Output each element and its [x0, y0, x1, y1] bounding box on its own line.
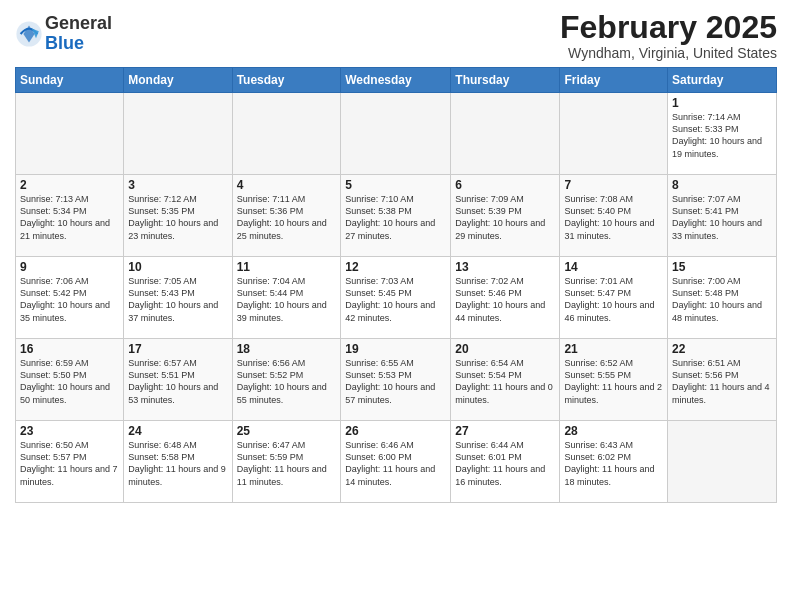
- day-number: 28: [564, 424, 663, 438]
- day-info: Sunrise: 6:51 AM Sunset: 5:56 PM Dayligh…: [672, 357, 772, 406]
- calendar-cell: [232, 93, 341, 175]
- calendar-cell: 15Sunrise: 7:00 AM Sunset: 5:48 PM Dayli…: [668, 257, 777, 339]
- day-number: 15: [672, 260, 772, 274]
- day-number: 4: [237, 178, 337, 192]
- day-number: 1: [672, 96, 772, 110]
- day-number: 21: [564, 342, 663, 356]
- calendar-cell: 1Sunrise: 7:14 AM Sunset: 5:33 PM Daylig…: [668, 93, 777, 175]
- day-info: Sunrise: 6:57 AM Sunset: 5:51 PM Dayligh…: [128, 357, 227, 406]
- calendar-week-row: 2Sunrise: 7:13 AM Sunset: 5:34 PM Daylig…: [16, 175, 777, 257]
- day-info: Sunrise: 6:43 AM Sunset: 6:02 PM Dayligh…: [564, 439, 663, 488]
- day-number: 10: [128, 260, 227, 274]
- day-info: Sunrise: 7:06 AM Sunset: 5:42 PM Dayligh…: [20, 275, 119, 324]
- day-info: Sunrise: 7:07 AM Sunset: 5:41 PM Dayligh…: [672, 193, 772, 242]
- calendar-cell: 6Sunrise: 7:09 AM Sunset: 5:39 PM Daylig…: [451, 175, 560, 257]
- calendar-cell: 13Sunrise: 7:02 AM Sunset: 5:46 PM Dayli…: [451, 257, 560, 339]
- day-info: Sunrise: 7:12 AM Sunset: 5:35 PM Dayligh…: [128, 193, 227, 242]
- day-info: Sunrise: 7:11 AM Sunset: 5:36 PM Dayligh…: [237, 193, 337, 242]
- col-monday: Monday: [124, 68, 232, 93]
- calendar-cell: 25Sunrise: 6:47 AM Sunset: 5:59 PM Dayli…: [232, 421, 341, 503]
- calendar-cell: 22Sunrise: 6:51 AM Sunset: 5:56 PM Dayli…: [668, 339, 777, 421]
- header: General Blue February 2025 Wyndham, Virg…: [15, 10, 777, 61]
- calendar-cell: [16, 93, 124, 175]
- day-number: 6: [455, 178, 555, 192]
- day-info: Sunrise: 7:08 AM Sunset: 5:40 PM Dayligh…: [564, 193, 663, 242]
- calendar-cell: 20Sunrise: 6:54 AM Sunset: 5:54 PM Dayli…: [451, 339, 560, 421]
- calendar-cell: [560, 93, 668, 175]
- col-friday: Friday: [560, 68, 668, 93]
- calendar-cell: 24Sunrise: 6:48 AM Sunset: 5:58 PM Dayli…: [124, 421, 232, 503]
- day-info: Sunrise: 7:03 AM Sunset: 5:45 PM Dayligh…: [345, 275, 446, 324]
- calendar-cell: 23Sunrise: 6:50 AM Sunset: 5:57 PM Dayli…: [16, 421, 124, 503]
- day-number: 19: [345, 342, 446, 356]
- day-number: 26: [345, 424, 446, 438]
- calendar-cell: 4Sunrise: 7:11 AM Sunset: 5:36 PM Daylig…: [232, 175, 341, 257]
- day-number: 5: [345, 178, 446, 192]
- day-number: 20: [455, 342, 555, 356]
- calendar-cell: 14Sunrise: 7:01 AM Sunset: 5:47 PM Dayli…: [560, 257, 668, 339]
- month-title: February 2025: [560, 10, 777, 45]
- title-block: February 2025 Wyndham, Virginia, United …: [560, 10, 777, 61]
- day-number: 18: [237, 342, 337, 356]
- day-info: Sunrise: 6:52 AM Sunset: 5:55 PM Dayligh…: [564, 357, 663, 406]
- calendar-cell: 11Sunrise: 7:04 AM Sunset: 5:44 PM Dayli…: [232, 257, 341, 339]
- page: General Blue February 2025 Wyndham, Virg…: [0, 0, 792, 612]
- day-info: Sunrise: 6:46 AM Sunset: 6:00 PM Dayligh…: [345, 439, 446, 488]
- day-number: 17: [128, 342, 227, 356]
- calendar-cell: [451, 93, 560, 175]
- day-number: 14: [564, 260, 663, 274]
- calendar-cell: 8Sunrise: 7:07 AM Sunset: 5:41 PM Daylig…: [668, 175, 777, 257]
- day-number: 9: [20, 260, 119, 274]
- calendar-week-row: 9Sunrise: 7:06 AM Sunset: 5:42 PM Daylig…: [16, 257, 777, 339]
- calendar-cell: 16Sunrise: 6:59 AM Sunset: 5:50 PM Dayli…: [16, 339, 124, 421]
- calendar-cell: 19Sunrise: 6:55 AM Sunset: 5:53 PM Dayli…: [341, 339, 451, 421]
- logo-icon: [15, 20, 43, 48]
- col-saturday: Saturday: [668, 68, 777, 93]
- calendar-cell: 26Sunrise: 6:46 AM Sunset: 6:00 PM Dayli…: [341, 421, 451, 503]
- day-info: Sunrise: 7:05 AM Sunset: 5:43 PM Dayligh…: [128, 275, 227, 324]
- calendar-week-row: 1Sunrise: 7:14 AM Sunset: 5:33 PM Daylig…: [16, 93, 777, 175]
- col-sunday: Sunday: [16, 68, 124, 93]
- day-info: Sunrise: 7:14 AM Sunset: 5:33 PM Dayligh…: [672, 111, 772, 160]
- day-info: Sunrise: 6:54 AM Sunset: 5:54 PM Dayligh…: [455, 357, 555, 406]
- calendar-cell: 18Sunrise: 6:56 AM Sunset: 5:52 PM Dayli…: [232, 339, 341, 421]
- calendar-cell: 7Sunrise: 7:08 AM Sunset: 5:40 PM Daylig…: [560, 175, 668, 257]
- logo: General Blue: [15, 14, 112, 54]
- calendar-cell: 2Sunrise: 7:13 AM Sunset: 5:34 PM Daylig…: [16, 175, 124, 257]
- calendar-cell: 9Sunrise: 7:06 AM Sunset: 5:42 PM Daylig…: [16, 257, 124, 339]
- col-thursday: Thursday: [451, 68, 560, 93]
- calendar-cell: 21Sunrise: 6:52 AM Sunset: 5:55 PM Dayli…: [560, 339, 668, 421]
- calendar-header-row: Sunday Monday Tuesday Wednesday Thursday…: [16, 68, 777, 93]
- day-info: Sunrise: 6:56 AM Sunset: 5:52 PM Dayligh…: [237, 357, 337, 406]
- calendar-cell: 10Sunrise: 7:05 AM Sunset: 5:43 PM Dayli…: [124, 257, 232, 339]
- day-number: 13: [455, 260, 555, 274]
- day-number: 27: [455, 424, 555, 438]
- day-info: Sunrise: 7:00 AM Sunset: 5:48 PM Dayligh…: [672, 275, 772, 324]
- day-info: Sunrise: 6:47 AM Sunset: 5:59 PM Dayligh…: [237, 439, 337, 488]
- day-info: Sunrise: 7:10 AM Sunset: 5:38 PM Dayligh…: [345, 193, 446, 242]
- day-number: 24: [128, 424, 227, 438]
- day-number: 3: [128, 178, 227, 192]
- day-info: Sunrise: 7:01 AM Sunset: 5:47 PM Dayligh…: [564, 275, 663, 324]
- calendar-cell: 3Sunrise: 7:12 AM Sunset: 5:35 PM Daylig…: [124, 175, 232, 257]
- day-number: 8: [672, 178, 772, 192]
- logo-text: General Blue: [45, 14, 112, 54]
- logo-general: General: [45, 13, 112, 33]
- calendar-cell: 5Sunrise: 7:10 AM Sunset: 5:38 PM Daylig…: [341, 175, 451, 257]
- logo-blue: Blue: [45, 33, 84, 53]
- calendar-cell: [124, 93, 232, 175]
- location: Wyndham, Virginia, United States: [560, 45, 777, 61]
- day-info: Sunrise: 6:48 AM Sunset: 5:58 PM Dayligh…: [128, 439, 227, 488]
- day-number: 7: [564, 178, 663, 192]
- day-info: Sunrise: 7:02 AM Sunset: 5:46 PM Dayligh…: [455, 275, 555, 324]
- calendar-cell: 28Sunrise: 6:43 AM Sunset: 6:02 PM Dayli…: [560, 421, 668, 503]
- day-info: Sunrise: 7:09 AM Sunset: 5:39 PM Dayligh…: [455, 193, 555, 242]
- calendar-week-row: 16Sunrise: 6:59 AM Sunset: 5:50 PM Dayli…: [16, 339, 777, 421]
- day-number: 25: [237, 424, 337, 438]
- day-number: 11: [237, 260, 337, 274]
- day-number: 12: [345, 260, 446, 274]
- day-info: Sunrise: 7:04 AM Sunset: 5:44 PM Dayligh…: [237, 275, 337, 324]
- day-number: 23: [20, 424, 119, 438]
- col-tuesday: Tuesday: [232, 68, 341, 93]
- calendar-cell: 27Sunrise: 6:44 AM Sunset: 6:01 PM Dayli…: [451, 421, 560, 503]
